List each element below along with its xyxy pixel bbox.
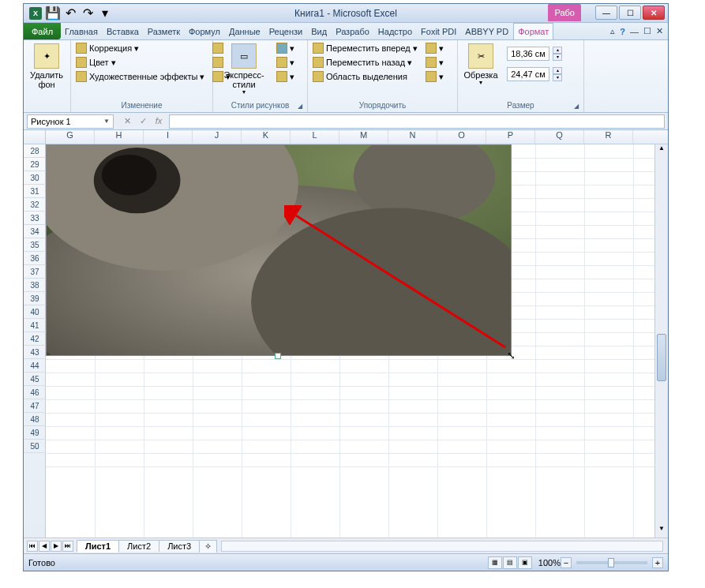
normal-view-button[interactable]: ▦ bbox=[488, 556, 502, 569]
row-header[interactable]: 47 bbox=[24, 399, 46, 413]
inner-restore-icon[interactable]: ☐ bbox=[643, 26, 651, 36]
row-header[interactable]: 49 bbox=[24, 426, 46, 440]
selection-pane-button[interactable]: Область выделения bbox=[311, 70, 419, 83]
help-icon[interactable]: ? bbox=[620, 27, 625, 36]
row-header[interactable]: 36 bbox=[24, 252, 46, 265]
col-header[interactable]: K bbox=[242, 130, 291, 144]
page-break-view-button[interactable]: ▣ bbox=[518, 556, 532, 569]
row-header[interactable]: 30 bbox=[24, 171, 46, 185]
col-header[interactable]: I bbox=[144, 130, 193, 144]
select-all-corner[interactable] bbox=[24, 130, 46, 144]
col-header[interactable]: P bbox=[486, 130, 535, 144]
zoom-level[interactable]: 100% bbox=[538, 558, 561, 567]
zoom-in-button[interactable]: + bbox=[652, 557, 663, 568]
artistic-effects-button[interactable]: Художественные эффекты ▾ bbox=[74, 70, 206, 83]
row-header[interactable]: 39 bbox=[24, 292, 46, 305]
col-header[interactable]: O bbox=[437, 130, 486, 144]
row-header[interactable]: 31 bbox=[24, 185, 46, 198]
send-backward-button[interactable]: Переместить назад ▾ bbox=[311, 56, 419, 69]
styles-dialog-launcher[interactable]: ◢ bbox=[298, 103, 302, 110]
tab-foxit[interactable]: Foxit PDI bbox=[417, 23, 461, 39]
cancel-formula-icon[interactable]: ✕ bbox=[120, 116, 134, 126]
row-header[interactable]: 43 bbox=[24, 346, 46, 359]
row-header[interactable]: 41 bbox=[24, 319, 46, 332]
col-header[interactable]: G bbox=[46, 130, 95, 144]
formula-input[interactable] bbox=[169, 114, 665, 129]
row-header[interactable]: 45 bbox=[24, 373, 46, 386]
row-header[interactable]: 46 bbox=[24, 386, 46, 399]
scroll-down-icon[interactable]: ▼ bbox=[655, 525, 668, 537]
zoom-out-button[interactable]: − bbox=[561, 557, 572, 568]
bring-forward-button[interactable]: Переместить вперед ▾ bbox=[311, 42, 419, 54]
row-header[interactable]: 48 bbox=[24, 413, 46, 426]
zoom-slider-thumb[interactable] bbox=[608, 558, 614, 567]
sheet-tab[interactable]: Лист3 bbox=[159, 540, 200, 552]
size-dialog-launcher[interactable]: ◢ bbox=[574, 103, 579, 110]
row-header[interactable]: 35 bbox=[24, 238, 46, 252]
row-header[interactable]: 44 bbox=[24, 359, 46, 373]
group-button[interactable]: ▾ bbox=[424, 56, 445, 69]
close-button[interactable]: ✕ bbox=[643, 6, 665, 20]
picture-effects-button[interactable]: ▾ bbox=[275, 56, 296, 69]
maximize-button[interactable]: ☐ bbox=[619, 6, 641, 20]
redo-icon[interactable]: ↷ bbox=[81, 6, 95, 21]
row-header[interactable]: 37 bbox=[24, 265, 46, 279]
rotate-button[interactable]: ▾ bbox=[424, 70, 445, 83]
height-input[interactable] bbox=[507, 47, 549, 61]
picture-border-button[interactable]: ▾ bbox=[275, 42, 296, 54]
row-header[interactable]: 28 bbox=[24, 144, 46, 158]
col-header[interactable]: R bbox=[584, 130, 633, 144]
tab-data[interactable]: Данные bbox=[225, 23, 265, 39]
tab-view[interactable]: Вид bbox=[307, 23, 332, 39]
row-header[interactable]: 34 bbox=[24, 225, 46, 238]
sheet-nav-next[interactable]: ▶ bbox=[51, 541, 62, 552]
sheet-tab[interactable]: Лист1 bbox=[77, 540, 119, 552]
name-box[interactable]: Рисунок 1 ▼ bbox=[27, 114, 114, 129]
crop-button[interactable]: ✂ Обрезка ▾ bbox=[461, 42, 501, 88]
page-layout-view-button[interactable]: ▤ bbox=[503, 556, 517, 569]
inserted-picture[interactable] bbox=[46, 144, 512, 356]
sheet-nav-last[interactable]: ⏭ bbox=[62, 541, 73, 552]
minimize-ribbon-icon[interactable]: ▵ bbox=[610, 26, 615, 36]
tab-abbyy[interactable]: ABBYY PD bbox=[461, 23, 513, 39]
horizontal-scrollbar[interactable] bbox=[221, 541, 663, 552]
remove-background-button[interactable]: ✦ Удалить фон bbox=[27, 42, 66, 91]
tab-addins[interactable]: Надстро bbox=[374, 23, 417, 39]
col-header[interactable]: Q bbox=[535, 130, 584, 144]
tab-review[interactable]: Рецензи bbox=[265, 23, 308, 39]
height-up[interactable]: ▴ bbox=[553, 47, 562, 54]
width-input[interactable] bbox=[507, 67, 549, 81]
tab-insert[interactable]: Вставка bbox=[103, 23, 144, 39]
minimize-button[interactable]: — bbox=[595, 6, 617, 20]
undo-icon[interactable]: ↶ bbox=[63, 6, 77, 21]
scroll-up-icon[interactable]: ▲ bbox=[655, 144, 668, 157]
name-box-dropdown-icon[interactable]: ▼ bbox=[103, 118, 110, 125]
sheet-nav-prev[interactable]: ◀ bbox=[39, 541, 50, 552]
col-header[interactable]: L bbox=[291, 130, 339, 144]
row-header[interactable]: 33 bbox=[24, 212, 46, 225]
fx-icon[interactable]: fx bbox=[152, 116, 166, 126]
color-button[interactable]: Цвет ▾ bbox=[74, 56, 206, 69]
tab-formulas[interactable]: Формул bbox=[185, 23, 225, 39]
enter-formula-icon[interactable]: ✓ bbox=[136, 116, 150, 126]
picture-layout-button[interactable]: ▾ bbox=[275, 70, 296, 83]
zoom-slider[interactable] bbox=[576, 561, 647, 564]
scroll-thumb[interactable] bbox=[657, 334, 666, 381]
sheet-tab[interactable]: Лист2 bbox=[118, 540, 159, 552]
corrections-button[interactable]: Коррекция ▾ bbox=[74, 42, 206, 54]
vertical-scrollbar[interactable]: ▲ ▼ bbox=[654, 144, 668, 537]
col-header[interactable]: M bbox=[339, 130, 388, 144]
row-header[interactable]: 42 bbox=[24, 332, 46, 346]
height-down[interactable]: ▾ bbox=[553, 54, 562, 61]
row-header[interactable]: 38 bbox=[24, 279, 46, 292]
row-header[interactable]: 29 bbox=[24, 158, 46, 171]
tab-format[interactable]: Формат bbox=[513, 23, 553, 39]
row-header[interactable]: 50 bbox=[24, 440, 46, 453]
express-styles-button[interactable]: ▭ Экспресс-стили ▾ bbox=[216, 42, 272, 98]
inner-minimize-icon[interactable]: — bbox=[630, 27, 639, 36]
col-header[interactable]: N bbox=[388, 130, 437, 144]
inner-close-icon[interactable]: ✕ bbox=[656, 26, 663, 36]
col-header[interactable]: H bbox=[95, 130, 144, 144]
row-header[interactable]: 40 bbox=[24, 305, 46, 319]
align-button[interactable]: ▾ bbox=[424, 42, 445, 54]
